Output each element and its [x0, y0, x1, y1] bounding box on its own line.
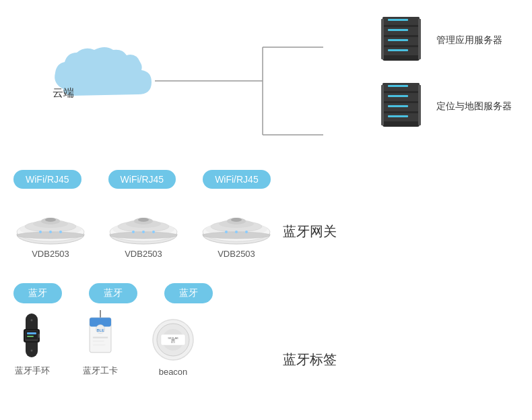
gateway-section-title: 蓝牙网关 [283, 222, 337, 241]
bt-badges-row: 蓝牙 蓝牙 蓝牙 [13, 283, 213, 303]
svg-rect-23 [388, 115, 408, 117]
svg-rect-65 [38, 334, 40, 338]
svg-rect-10 [388, 29, 408, 31]
gateway-label-1: VDB2503 [32, 249, 69, 259]
svg-point-83 [172, 339, 174, 341]
svg-rect-11 [388, 39, 408, 41]
server-block-2: 定位与地图服务器 [376, 80, 512, 133]
svg-point-67 [31, 350, 33, 352]
svg-rect-14 [418, 19, 421, 59]
gateway-item-3: VDB2503 [199, 202, 273, 259]
server-label-1: 管理应用服务器 [436, 34, 502, 47]
gateway-icon-2 [106, 202, 180, 246]
svg-rect-22 [388, 105, 408, 107]
svg-point-34 [39, 231, 42, 233]
tag-item-beacon: SKYLAB BLE beacon [150, 317, 196, 377]
svg-point-56 [225, 231, 228, 233]
wifi-badge-1: WiFi/RJ45 [13, 170, 81, 189]
svg-rect-73 [92, 336, 108, 338]
server-label-2: 定位与地图服务器 [436, 100, 512, 113]
svg-point-47 [152, 231, 155, 233]
wifi-badge-3: WiFi/RJ45 [203, 170, 271, 189]
server-icon-2 [376, 80, 430, 133]
svg-rect-64 [27, 336, 34, 337]
bt-badge-3: 蓝牙 [164, 283, 213, 303]
cloud-label: 云端 [53, 86, 74, 100]
svg-point-57 [235, 231, 238, 233]
beacon-svg: SKYLAB BLE [150, 317, 196, 363]
svg-text:BLE: BLE [96, 328, 104, 332]
gateway-label-2: VDB2503 [125, 249, 162, 259]
server-block-1: 管理应用服务器 [376, 13, 512, 67]
svg-rect-74 [92, 340, 104, 342]
tag-label-beacon: beacon [159, 367, 188, 377]
gateway-item-1: VDB2503 [13, 202, 88, 259]
svg-point-54 [231, 218, 242, 222]
server-icon-1 [376, 13, 430, 67]
bt-badge-1: 蓝牙 [13, 283, 62, 303]
tag-item-card: BLE 蓝牙工卡 [83, 310, 118, 377]
gateway-icon-1 [13, 202, 88, 246]
svg-rect-63 [27, 332, 36, 334]
svg-rect-25 [418, 85, 421, 125]
servers-container: 管理应用服务器 定位与地图服务器 [376, 13, 512, 146]
svg-point-32 [45, 218, 56, 222]
tags-row: 蓝牙手环 BLE 蓝牙工卡 SKYLAB [13, 310, 196, 377]
tag-item-wristband: 蓝牙手环 [13, 310, 51, 377]
svg-point-46 [142, 231, 145, 233]
svg-point-66 [31, 320, 33, 322]
cloud: 云端 [34, 40, 155, 117]
wifi-badges-row: WiFi/RJ45 WiFi/RJ45 WiFi/RJ45 [13, 170, 271, 189]
svg-rect-20 [388, 85, 408, 87]
svg-point-43 [138, 218, 149, 222]
svg-rect-12 [388, 49, 408, 51]
svg-rect-21 [388, 95, 408, 97]
bt-badge-2: 蓝牙 [89, 283, 137, 303]
svg-point-36 [59, 231, 62, 233]
gateway-icon-3 [199, 202, 273, 246]
svg-rect-24 [381, 85, 384, 125]
gateway-label-3: VDB2503 [218, 249, 255, 259]
svg-rect-62 [26, 331, 38, 339]
wifi-badge-2: WiFi/RJ45 [108, 170, 176, 189]
gateways-row: VDB2503 VDB2503 [13, 202, 273, 259]
svg-point-45 [132, 231, 135, 233]
svg-point-58 [245, 231, 248, 233]
wristband-svg [13, 310, 51, 361]
svg-rect-13 [381, 19, 384, 59]
card-svg: BLE [86, 310, 116, 361]
svg-rect-9 [388, 19, 408, 21]
tag-section-title: 蓝牙标签 [283, 351, 337, 369]
tag-label-card: 蓝牙工卡 [83, 365, 118, 377]
gateway-item-2: VDB2503 [106, 202, 180, 259]
svg-rect-75 [92, 344, 105, 346]
tag-label-wristband: 蓝牙手环 [15, 365, 50, 377]
svg-point-35 [49, 231, 52, 233]
